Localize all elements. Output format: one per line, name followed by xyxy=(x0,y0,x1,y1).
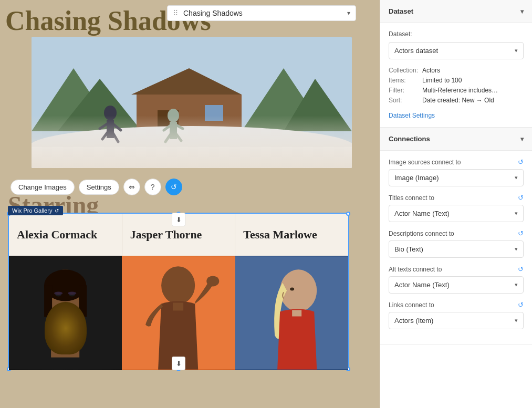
titles-refresh-icon[interactable]: ↺ xyxy=(518,194,524,202)
left-panel: Chasing Shadows ⠿ Chasing Shadows ▾ xyxy=(0,0,380,408)
svg-line-22 xyxy=(173,123,183,129)
dataset-section-title: Dataset xyxy=(389,7,413,15)
actor-photo-1 xyxy=(9,256,122,370)
collection-key: Collection: xyxy=(389,67,418,74)
links-select[interactable]: Actors (Item) ▾ xyxy=(389,312,524,329)
image-sources-label: Image sources connect to xyxy=(389,159,461,166)
svg-point-11 xyxy=(104,106,117,120)
dropdown-label: Chasing Shadows xyxy=(183,9,347,17)
connections-section-body: Image sources connect to ↺ Image (Image)… xyxy=(380,151,532,344)
svg-point-31 xyxy=(61,320,69,328)
svg-line-19 xyxy=(165,130,173,142)
connections-section: Connections ▾ Image sources connect to ↺… xyxy=(380,128,532,344)
svg-rect-5 xyxy=(137,95,242,142)
arrows-button[interactable]: ⇔ xyxy=(123,179,140,195)
image-sources-select[interactable]: Image (Image) ▾ xyxy=(389,169,524,186)
descriptions-row: Descriptions connect to ↺ Bio (Text) ▾ xyxy=(389,229,524,258)
dataset-field-label: Dataset: xyxy=(389,30,524,38)
svg-line-13 xyxy=(102,129,110,139)
collection-value: Actors xyxy=(422,67,524,74)
svg-point-9 xyxy=(32,126,352,168)
svg-rect-10 xyxy=(32,147,352,168)
actor-name-3: Tessa Marlowe xyxy=(243,228,317,242)
titles-label: Titles connect to xyxy=(389,194,434,202)
alt-texts-value: Actor Name (Text) xyxy=(394,281,450,289)
download-top-button[interactable]: ⬇ xyxy=(172,213,185,226)
dataset-section: Dataset ▾ Dataset: Actors dataset ▾ Coll… xyxy=(380,0,532,128)
gallery-badge-label: Wix Pro Gallery xyxy=(12,207,52,214)
image-sources-row: Image sources connect to ↺ Image (Image)… xyxy=(389,158,524,186)
links-value: Actors (Item) xyxy=(394,317,433,325)
svg-point-38 xyxy=(68,291,76,295)
sync-button[interactable]: ↺ xyxy=(165,179,182,195)
svg-line-14 xyxy=(110,129,118,142)
titles-value: Actor Name (Text) xyxy=(394,210,450,217)
page-dropdown[interactable]: ⠿ Chasing Shadows ▾ xyxy=(167,5,356,21)
svg-rect-18 xyxy=(170,122,177,139)
svg-rect-28 xyxy=(51,316,79,358)
svg-rect-45 xyxy=(292,310,301,316)
titles-select[interactable]: Actor Name (Text) ▾ xyxy=(389,205,524,222)
svg-point-46 xyxy=(290,287,294,290)
hero-image xyxy=(32,37,352,168)
titles-chevron: ▾ xyxy=(515,210,518,217)
settings-button[interactable]: Settings xyxy=(79,180,119,195)
alt-texts-select[interactable]: Actor Name (Text) ▾ xyxy=(389,276,524,294)
dataset-chevron-icon: ▾ xyxy=(520,8,524,15)
svg-point-29 xyxy=(49,311,81,327)
image-sources-refresh-icon[interactable]: ↺ xyxy=(518,158,524,166)
sort-key: Sort: xyxy=(389,97,418,104)
descriptions-chevron: ▾ xyxy=(515,246,518,253)
connections-section-title: Connections xyxy=(389,135,430,143)
alt-texts-row: Alt texts connect to ↺ Actor Name (Text)… xyxy=(389,265,524,294)
dataset-settings-link[interactable]: Dataset Settings xyxy=(389,112,435,119)
actor-name-1: Alexia Cormack xyxy=(17,228,97,242)
links-refresh-icon[interactable]: ↺ xyxy=(518,301,524,309)
download-bottom-button[interactable]: ⬇ xyxy=(172,357,185,370)
gallery-container: ⬇ Alexia Cormack Jasper Thorne Tessa Mar… xyxy=(8,213,349,370)
dataset-section-body: Dataset: Actors dataset ▾ Collection: Ac… xyxy=(380,23,532,127)
alt-texts-refresh-icon[interactable]: ↺ xyxy=(518,265,524,273)
descriptions-select[interactable]: Bio (Text) ▾ xyxy=(389,240,524,258)
svg-line-20 xyxy=(173,130,181,141)
filter-key: Filter: xyxy=(389,87,418,94)
chevron-down-icon: ▾ xyxy=(347,9,350,17)
actor-photo-3 xyxy=(235,256,348,370)
svg-line-16 xyxy=(110,122,121,130)
svg-point-32 xyxy=(71,318,77,323)
svg-point-30 xyxy=(54,318,59,323)
svg-rect-42 xyxy=(173,302,183,310)
svg-point-41 xyxy=(207,276,220,286)
items-key: Items: xyxy=(389,77,418,84)
links-label: Links connect to xyxy=(389,301,434,309)
gallery-badge-icon: ↺ xyxy=(55,208,59,214)
actor-photos-row xyxy=(9,256,348,370)
titles-row: Titles connect to ↺ Actor Name (Text) ▾ xyxy=(389,194,524,222)
actor-name-2: Jasper Thorne xyxy=(130,228,202,242)
image-sources-chevron: ▾ xyxy=(515,174,518,181)
svg-point-17 xyxy=(168,109,179,122)
toolbar: Change Images Settings ⇔ ? ↺ xyxy=(11,179,182,195)
svg-line-21 xyxy=(164,123,173,130)
change-images-button[interactable]: Change Images xyxy=(11,180,75,195)
descriptions-value: Bio (Text) xyxy=(394,245,423,253)
dataset-select-chevron: ▾ xyxy=(515,47,518,54)
dataset-section-header[interactable]: Dataset ▾ xyxy=(380,0,532,23)
alt-texts-chevron: ▾ xyxy=(515,281,518,288)
alt-texts-label: Alt texts connect to xyxy=(389,266,442,273)
dataset-select-value: Actors dataset xyxy=(394,47,438,55)
connections-section-header[interactable]: Connections ▾ xyxy=(380,128,532,151)
filter-value: Multi-Reference includes… xyxy=(422,87,524,94)
actor-photo-2 xyxy=(122,256,235,370)
svg-rect-26 xyxy=(44,285,52,317)
svg-point-37 xyxy=(54,291,62,295)
links-row: Links connect to ↺ Actors (Item) ▾ xyxy=(389,301,524,329)
descriptions-refresh-icon[interactable]: ↺ xyxy=(518,229,524,237)
links-chevron: ▾ xyxy=(515,317,518,324)
descriptions-label: Descriptions connect to xyxy=(389,230,454,237)
gallery-badge: Wix Pro Gallery ↺ xyxy=(8,206,63,215)
handle-top-right[interactable] xyxy=(346,212,350,216)
dataset-select[interactable]: Actors dataset ▾ xyxy=(389,42,524,59)
actor-name-cell-3: Tessa Marlowe xyxy=(235,214,348,256)
help-button[interactable]: ? xyxy=(144,179,161,195)
